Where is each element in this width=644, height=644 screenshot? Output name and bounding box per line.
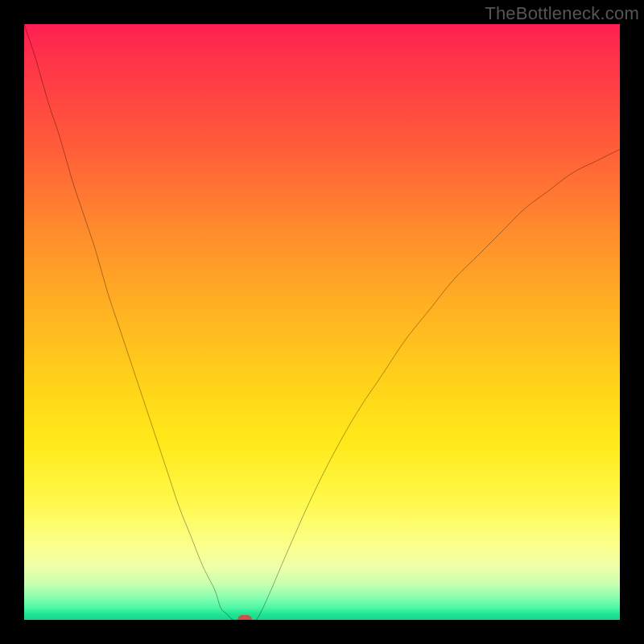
- chart-frame: TheBottleneck.com: [0, 0, 644, 644]
- bottleneck-curve: [24, 24, 620, 620]
- plot-area: [24, 24, 620, 620]
- optimal-point-marker: [237, 615, 252, 620]
- watermark-text: TheBottleneck.com: [485, 3, 639, 24]
- curve-path: [24, 24, 620, 620]
